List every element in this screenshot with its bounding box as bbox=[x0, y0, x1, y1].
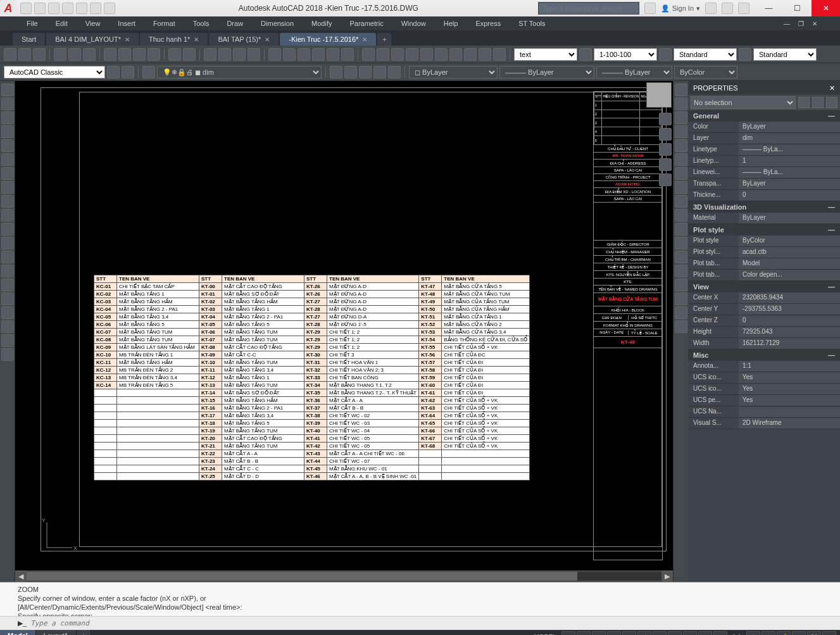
menu-edit[interactable]: Edit bbox=[48, 18, 75, 28]
menu-insert[interactable]: Insert bbox=[110, 18, 143, 28]
tab-bai4[interactable]: BAI 4 DIM_LAYOUT*✕ bbox=[46, 33, 139, 46]
close-button[interactable]: ✕ bbox=[812, 0, 840, 16]
quick-props-icon[interactable]: ▤ bbox=[713, 631, 727, 635]
prop-row[interactable]: Thickne...0 bbox=[688, 190, 840, 201]
menu-help[interactable]: Help bbox=[436, 18, 466, 28]
save-icon[interactable] bbox=[33, 48, 46, 61]
prop-row[interactable]: Height72925.043 bbox=[688, 327, 840, 338]
fillet-icon[interactable] bbox=[675, 292, 687, 305]
prop-row[interactable]: MaterialByLayer bbox=[688, 213, 840, 224]
table-icon[interactable] bbox=[1, 320, 14, 333]
table-style-icon[interactable] bbox=[659, 48, 672, 61]
menu-parametric[interactable]: Parametric bbox=[342, 18, 391, 28]
break-at-point-icon[interactable] bbox=[675, 237, 687, 249]
line-icon[interactable] bbox=[1, 84, 14, 96]
prop-row[interactable]: UCS ico...Yes bbox=[688, 384, 840, 395]
close-icon[interactable]: ✕ bbox=[265, 36, 270, 43]
showmotion-icon[interactable] bbox=[659, 173, 672, 186]
prop-row[interactable]: UCS ico...Yes bbox=[688, 372, 840, 384]
ellipse-icon[interactable] bbox=[1, 209, 14, 222]
text-style-combo[interactable]: text bbox=[514, 48, 577, 61]
layer-previous-icon[interactable] bbox=[330, 66, 342, 79]
cut-icon[interactable] bbox=[104, 48, 116, 61]
plotstyle-combo[interactable]: ByColor bbox=[674, 66, 737, 79]
menu-express[interactable]: Express bbox=[468, 18, 508, 28]
dim-baseline-icon[interactable] bbox=[479, 48, 491, 61]
ucs-icon[interactable]: YX bbox=[41, 516, 78, 555]
prop-row[interactable]: Visual S...2D Wireframe bbox=[688, 418, 840, 429]
dim-angular-icon[interactable] bbox=[449, 48, 462, 61]
rotate-icon[interactable] bbox=[675, 167, 687, 180]
table-style-combo[interactable]: Standard bbox=[674, 48, 737, 61]
tab-baitap[interactable]: BAI TAP (15)*✕ bbox=[209, 33, 279, 46]
qat-new-icon[interactable] bbox=[20, 3, 32, 14]
dim-radius-icon[interactable] bbox=[420, 48, 433, 61]
workspace-switch-icon[interactable]: ⚙ bbox=[762, 631, 775, 635]
menu-file[interactable]: File bbox=[19, 18, 46, 28]
menu-window[interactable]: Window bbox=[394, 18, 434, 28]
selection-combo[interactable]: No selection bbox=[691, 96, 796, 109]
paste-icon[interactable] bbox=[133, 48, 146, 61]
properties-icon[interactable] bbox=[268, 48, 281, 61]
zoom-extents-nav-icon[interactable] bbox=[659, 143, 672, 156]
point-icon[interactable] bbox=[1, 265, 14, 277]
calc-icon[interactable] bbox=[341, 48, 354, 61]
redo-icon[interactable] bbox=[183, 48, 196, 61]
layer-match-icon[interactable] bbox=[388, 66, 401, 79]
osnap-icon[interactable]: ◻ bbox=[622, 631, 636, 635]
command-history[interactable]: ZOOM Specify corner of window, enter a s… bbox=[0, 582, 840, 616]
prop-row[interactable]: Plot tab...Color depen... bbox=[688, 270, 840, 281]
layer-freeze-icon[interactable] bbox=[359, 66, 372, 79]
panel-close-icon[interactable]: ✕ bbox=[829, 84, 835, 92]
snap-icon[interactable]: ⸬ bbox=[577, 631, 591, 635]
prop-row[interactable]: Annota...1:1 bbox=[688, 361, 840, 372]
mleader-style-combo[interactable]: Standard bbox=[753, 48, 817, 61]
sheet-set-icon[interactable] bbox=[312, 48, 325, 61]
zoom-icon[interactable] bbox=[218, 48, 231, 61]
qat-redo-icon[interactable] bbox=[104, 3, 115, 14]
grid-icon[interactable]: ▦ bbox=[561, 631, 575, 635]
zoom-previous-icon[interactable] bbox=[248, 48, 260, 61]
scroll-left-icon[interactable]: ◀ bbox=[15, 570, 27, 582]
circle-icon[interactable] bbox=[1, 167, 14, 180]
drawing-area[interactable]: STTTEN BAN VESTTTEN BAN VESTTTEN BAN VES… bbox=[15, 81, 673, 582]
match-properties-icon[interactable] bbox=[147, 48, 160, 61]
trim-icon[interactable] bbox=[675, 209, 687, 222]
prop-section-plot-style[interactable]: Plot style— bbox=[688, 224, 840, 236]
erase-icon[interactable] bbox=[675, 84, 687, 96]
dim-diameter-icon[interactable] bbox=[435, 48, 448, 61]
dim-ordinate-icon[interactable] bbox=[406, 48, 418, 61]
layer-isolate-icon[interactable] bbox=[344, 66, 357, 79]
pan-icon[interactable] bbox=[204, 48, 216, 61]
copy-icon[interactable] bbox=[118, 48, 131, 61]
revcloud-icon[interactable] bbox=[1, 181, 14, 194]
cycling-icon[interactable]: ⟳ bbox=[683, 631, 697, 635]
doc-restore-button[interactable]: ❐ bbox=[794, 18, 807, 29]
steering-wheel-icon[interactable] bbox=[659, 113, 672, 125]
color-combo[interactable]: ◻ ByLayer bbox=[409, 66, 498, 79]
qat-undo-icon[interactable] bbox=[90, 3, 101, 14]
polygon-icon[interactable] bbox=[1, 125, 14, 138]
blend-icon[interactable] bbox=[675, 306, 687, 319]
select-objects-icon[interactable] bbox=[812, 97, 824, 108]
mtext-icon[interactable] bbox=[1, 334, 14, 347]
search-icon[interactable] bbox=[644, 3, 656, 14]
doc-close-button[interactable]: ✕ bbox=[808, 18, 821, 29]
close-icon[interactable]: ✕ bbox=[362, 36, 367, 43]
tool-palette-icon[interactable] bbox=[298, 48, 310, 61]
close-icon[interactable]: ✕ bbox=[194, 36, 199, 43]
help-icon[interactable] bbox=[738, 3, 749, 14]
arc-icon[interactable] bbox=[1, 153, 14, 166]
ellipse-arc-icon[interactable] bbox=[1, 223, 14, 236]
stretch-icon[interactable] bbox=[675, 195, 687, 208]
mleader-style-icon[interactable] bbox=[739, 48, 751, 61]
chamfer-icon[interactable] bbox=[675, 279, 687, 291]
break-icon[interactable] bbox=[675, 251, 687, 263]
make-block-icon[interactable] bbox=[1, 251, 14, 263]
design-center-icon[interactable] bbox=[283, 48, 296, 61]
move-icon[interactable] bbox=[675, 153, 687, 166]
prop-row[interactable]: Linetyp...1 bbox=[688, 156, 840, 167]
polyline-icon[interactable] bbox=[1, 111, 14, 124]
maximize-button[interactable]: ☐ bbox=[783, 0, 812, 16]
markup-icon[interactable] bbox=[327, 48, 339, 61]
